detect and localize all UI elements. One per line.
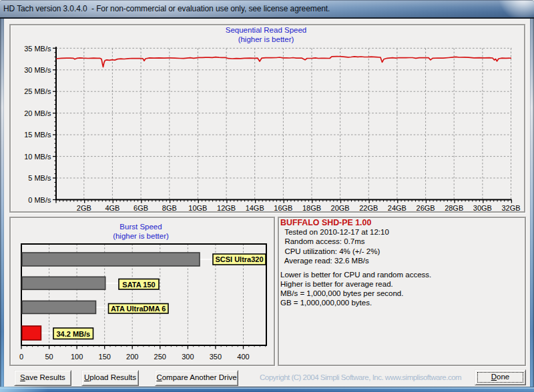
- svg-text:2GB: 2GB: [77, 204, 91, 212]
- svg-text:150: 150: [99, 353, 111, 361]
- svg-text:8GB: 8GB: [162, 204, 177, 212]
- svg-text:50: 50: [45, 353, 53, 361]
- svg-text:350: 350: [210, 353, 222, 361]
- svg-text:30 MB/s: 30 MB/s: [24, 66, 51, 74]
- svg-text:SATA 150: SATA 150: [122, 281, 155, 289]
- svg-text:250: 250: [154, 353, 166, 361]
- svg-text:6GB: 6GB: [134, 204, 148, 212]
- svg-text:22GB: 22GB: [359, 204, 378, 212]
- svg-text:0: 0: [19, 353, 23, 361]
- svg-text:200: 200: [126, 353, 138, 361]
- svg-text:28GB: 28GB: [445, 204, 463, 212]
- svg-text:15 MB/s: 15 MB/s: [24, 131, 51, 139]
- svg-text:35 MB/s: 35 MB/s: [24, 45, 51, 53]
- svg-text:16GB: 16GB: [274, 204, 292, 212]
- svg-text:30GB: 30GB: [473, 204, 492, 212]
- svg-text:5 MB/s: 5 MB/s: [28, 174, 51, 182]
- svg-text:25 MB/s: 25 MB/s: [24, 87, 51, 95]
- svg-text:10GB: 10GB: [188, 204, 207, 212]
- svg-text:32GB: 32GB: [501, 204, 520, 212]
- svg-text:4GB: 4GB: [105, 204, 119, 212]
- svg-text:400: 400: [237, 353, 249, 361]
- svg-text:18GB: 18GB: [302, 204, 321, 212]
- svg-text:12GB: 12GB: [217, 204, 236, 212]
- svg-text:24GB: 24GB: [388, 204, 407, 212]
- svg-text:26GB: 26GB: [417, 204, 435, 212]
- svg-text:10 MB/s: 10 MB/s: [24, 153, 51, 161]
- svg-text:300: 300: [182, 353, 194, 361]
- svg-text:100: 100: [71, 353, 83, 361]
- svg-text:20GB: 20GB: [331, 204, 350, 212]
- svg-text:14GB: 14GB: [246, 204, 264, 212]
- svg-text:0 MB/s: 0 MB/s: [28, 196, 51, 204]
- svg-text:SCSI Ultra320: SCSI Ultra320: [215, 255, 263, 263]
- svg-text:ATA UltraDMA 6: ATA UltraDMA 6: [111, 305, 166, 313]
- svg-text:34.2 MB/s: 34.2 MB/s: [56, 330, 90, 338]
- svg-text:20 MB/s: 20 MB/s: [24, 109, 51, 117]
